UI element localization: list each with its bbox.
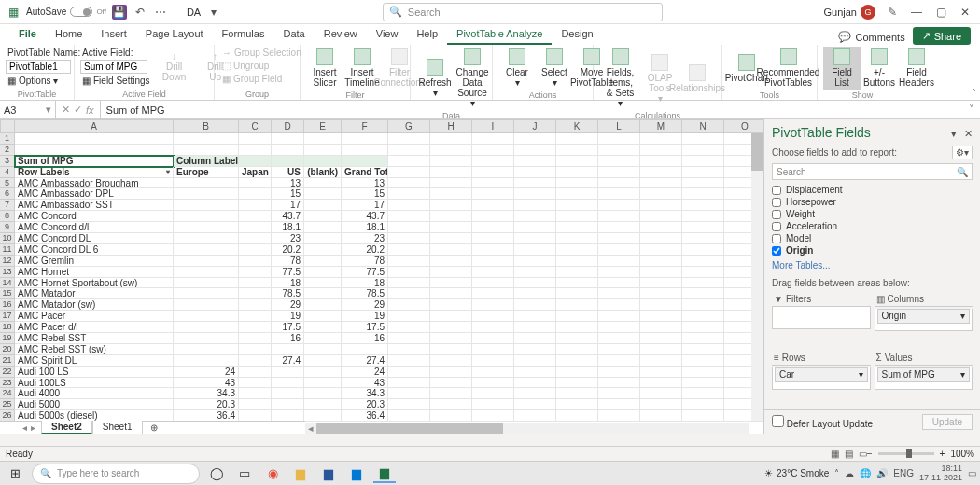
cell[interactable]: 77.5 — [272, 267, 304, 278]
cell[interactable] — [430, 233, 472, 244]
cell[interactable]: 24 — [174, 367, 239, 378]
cell[interactable] — [388, 133, 430, 145]
select-all-corner[interactable] — [0, 119, 15, 133]
explorer-icon[interactable]: ▆ — [289, 464, 312, 483]
cell[interactable] — [682, 200, 724, 211]
cell[interactable] — [556, 311, 598, 322]
cell[interactable] — [430, 299, 472, 311]
cell[interactable] — [430, 344, 472, 355]
cell[interactable] — [682, 378, 724, 389]
row-header[interactable]: 19 — [0, 333, 15, 344]
cell[interactable] — [272, 145, 304, 156]
cell[interactable] — [640, 355, 682, 367]
zoom-in-icon[interactable]: + — [940, 449, 945, 459]
values-area[interactable]: ΣValues Sum of MPG▾ — [875, 351, 973, 406]
cell[interactable] — [388, 299, 430, 311]
user-account[interactable]: Gunjan G — [824, 5, 875, 20]
cell[interactable] — [304, 344, 342, 355]
cell[interactable] — [239, 188, 272, 200]
cell[interactable] — [304, 188, 342, 200]
cell[interactable] — [598, 378, 640, 389]
column-header[interactable]: A — [15, 119, 174, 133]
cell[interactable] — [388, 399, 430, 410]
cell[interactable] — [514, 200, 556, 211]
cell[interactable]: 20.3 — [342, 399, 388, 410]
cell[interactable] — [388, 355, 430, 367]
cell[interactable] — [640, 322, 682, 333]
row-header[interactable]: 20 — [0, 344, 15, 355]
cell[interactable] — [514, 244, 556, 256]
cell[interactable] — [430, 133, 472, 145]
cell[interactable] — [514, 145, 556, 156]
cell[interactable] — [556, 322, 598, 333]
cell[interactable]: AMC Pacer — [15, 311, 174, 322]
column-header[interactable]: K — [556, 119, 598, 133]
zoom-value[interactable]: 100% — [950, 449, 974, 459]
cell[interactable] — [304, 156, 342, 167]
fx-icon[interactable]: fx — [86, 104, 94, 116]
cell[interactable]: 17 — [342, 200, 388, 211]
cell[interactable] — [430, 355, 472, 367]
cell[interactable] — [239, 233, 272, 244]
cell[interactable] — [239, 322, 272, 333]
active-field-input[interactable] — [80, 60, 147, 74]
cell[interactable] — [514, 344, 556, 355]
cell[interactable] — [174, 244, 239, 256]
cell[interactable] — [640, 267, 682, 278]
row-header[interactable]: 14 — [0, 278, 15, 289]
cell[interactable] — [682, 299, 724, 311]
cell[interactable] — [514, 367, 556, 378]
cell[interactable] — [640, 178, 682, 189]
cell[interactable] — [239, 133, 272, 145]
row-header[interactable]: 9 — [0, 222, 15, 233]
cell[interactable]: 16 — [272, 333, 304, 344]
cell[interactable] — [556, 267, 598, 278]
cell[interactable] — [472, 399, 514, 410]
cell[interactable]: 34.3 — [174, 388, 239, 399]
cell[interactable] — [174, 288, 239, 299]
cell[interactable] — [682, 322, 724, 333]
cell[interactable] — [174, 178, 239, 189]
cell[interactable]: US — [272, 167, 304, 178]
cell[interactable] — [640, 256, 682, 267]
cell[interactable] — [682, 233, 724, 244]
field-checkbox-displacement[interactable]: Displacement — [772, 184, 973, 196]
cell[interactable] — [304, 355, 342, 367]
cell[interactable] — [430, 410, 472, 422]
cell[interactable] — [640, 211, 682, 222]
cell[interactable] — [640, 388, 682, 399]
cell[interactable] — [514, 267, 556, 278]
cell[interactable] — [15, 145, 174, 156]
cell[interactable] — [174, 355, 239, 367]
cell[interactable] — [556, 410, 598, 422]
cell[interactable] — [239, 145, 272, 156]
cell[interactable] — [239, 388, 272, 399]
search-input[interactable]: 🔍 Search — [383, 3, 663, 21]
cell[interactable]: AMC Hornet — [15, 267, 174, 278]
change-data-source[interactable]: Change Data Source▾ — [454, 47, 491, 110]
cell[interactable]: AMC Gremlin — [15, 256, 174, 267]
cell[interactable] — [174, 322, 239, 333]
network-icon[interactable]: 🌐 — [860, 468, 871, 478]
cell[interactable] — [430, 244, 472, 256]
cell[interactable]: Grand Total — [342, 167, 388, 178]
cell[interactable] — [239, 222, 272, 233]
cell[interactable] — [514, 188, 556, 200]
cell[interactable]: AMC Matador — [15, 288, 174, 299]
cell[interactable] — [472, 378, 514, 389]
cell[interactable] — [640, 145, 682, 156]
cell[interactable] — [388, 222, 430, 233]
cell[interactable] — [472, 311, 514, 322]
column-header[interactable]: O — [724, 119, 763, 133]
cell[interactable] — [598, 367, 640, 378]
cell[interactable] — [556, 256, 598, 267]
cell[interactable] — [682, 278, 724, 289]
formula-input[interactable]: Sum of MPG — [101, 101, 963, 118]
cell[interactable] — [388, 322, 430, 333]
cell[interactable]: 36.4 — [342, 410, 388, 422]
cell[interactable] — [239, 200, 272, 211]
field-checkbox-weight[interactable]: Weight — [772, 208, 973, 220]
cell[interactable] — [304, 311, 342, 322]
cell[interactable] — [598, 355, 640, 367]
sound-icon[interactable]: 🔊 — [876, 468, 888, 478]
